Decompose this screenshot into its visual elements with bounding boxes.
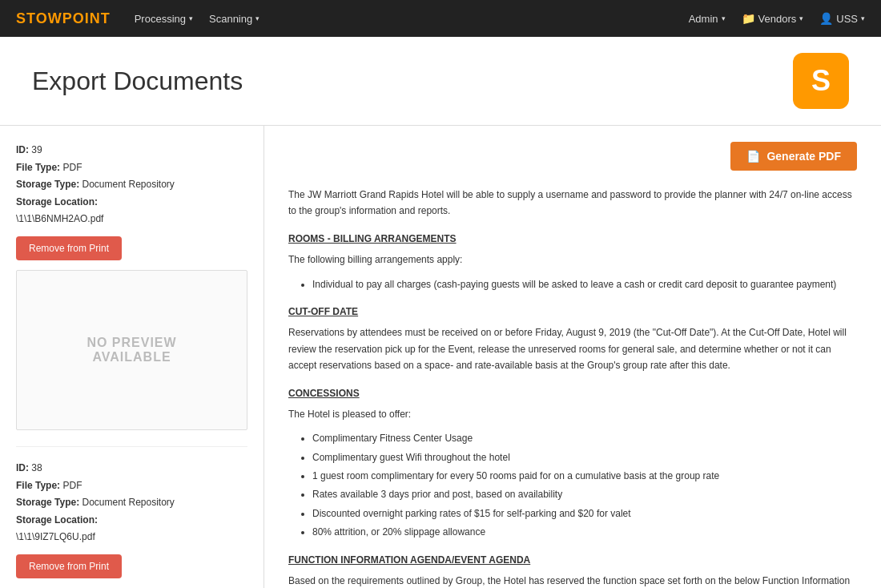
- concession-item-3: 1 guest room complimentary for every 50 …: [312, 468, 857, 484]
- right-panel: 📄 Generate PDF The JW Marriott Grand Rap…: [264, 126, 881, 588]
- page-title: Export Documents: [32, 66, 243, 96]
- main-content: ID: 39 File Type: PDF Storage Type: Docu…: [0, 126, 881, 588]
- doc-meta-1: ID: 39 File Type: PDF Storage Type: Docu…: [16, 142, 247, 228]
- billing-intro: The following billing arrangements apply…: [288, 252, 857, 268]
- billing-list: Individual to pay all charges (cash-payi…: [312, 276, 857, 292]
- sp-logo-letter: S: [811, 64, 831, 98]
- concession-item-5: Discounted overnight parking rates of $1…: [312, 505, 857, 522]
- concession-item-6: 80% attrition, or 20% slippage allowance: [312, 524, 857, 540]
- nav-processing[interactable]: Processing ▾: [135, 13, 193, 25]
- preview-box-1: NO PREVIEWAVAILABLE: [16, 270, 247, 430]
- doc-content: The JW Marriott Grand Rapids Hotel will …: [288, 187, 857, 588]
- doc-storageloc-2: \1\1\9IZ7LQ6U.pdf: [16, 529, 247, 546]
- doc-meta-2: ID: 38 File Type: PDF Storage Type: Docu…: [16, 460, 247, 546]
- navbar: STOWPOINT Processing ▾ Scanning ▾ Admin …: [0, 0, 881, 37]
- uss-chevron-icon: ▾: [861, 14, 865, 22]
- doc-item-1: ID: 39 File Type: PDF Storage Type: Docu…: [16, 142, 247, 430]
- concessions-list: Complimentary Fitness Center Usage Compl…: [312, 430, 857, 540]
- concessions-heading: CONCESSIONS: [288, 385, 857, 401]
- navbar-right: Admin ▾ 📁 Vendors ▾ 👤 USS ▾: [689, 12, 865, 25]
- user-icon: 👤: [819, 12, 833, 25]
- folder-icon: 📁: [742, 12, 755, 25]
- doc-item-2: ID: 38 File Type: PDF Storage Type: Docu…: [16, 460, 247, 588]
- doc-id-2: 38: [31, 462, 42, 473]
- nav-uss[interactable]: 👤 USS ▾: [819, 12, 865, 25]
- divider-1: [16, 446, 247, 447]
- brand-name-end: POINT: [62, 10, 111, 26]
- sp-logo: S: [793, 53, 849, 109]
- vendors-chevron-icon: ▾: [799, 14, 803, 22]
- agenda-heading: FUNCTION INFORMATION AGENDA/EVENT AGENDA: [288, 552, 857, 568]
- billing-item-1: Individual to pay all charges (cash-payi…: [312, 276, 857, 292]
- concessions-intro: The Hotel is pleased to offer:: [288, 406, 857, 422]
- doc-filetype-1: PDF: [62, 162, 82, 173]
- doc-storageloc-1: \1\1\B6NMH2AO.pdf: [16, 211, 247, 228]
- left-panel: ID: 39 File Type: PDF Storage Type: Docu…: [0, 126, 264, 588]
- doc-filetype-2: PDF: [62, 480, 82, 491]
- page-header: Export Documents S: [0, 37, 881, 126]
- concession-item-4: Rates available 3 days prior and post, b…: [312, 486, 857, 502]
- doc-intro: The JW Marriott Grand Rapids Hotel will …: [288, 187, 857, 219]
- scanning-chevron-icon: ▾: [255, 14, 259, 22]
- agenda-intro: Based on the requirements outlined by Gr…: [288, 573, 857, 588]
- nav-vendors[interactable]: 📁 Vendors ▾: [742, 12, 804, 25]
- nav-scanning[interactable]: Scanning ▾: [209, 13, 259, 25]
- doc-storagetype-1: Document Repository: [82, 179, 174, 190]
- brand-name-start: STOW: [16, 10, 62, 26]
- concession-item-2: Complimentary guest Wifi throughout the …: [312, 449, 857, 465]
- processing-chevron-icon: ▾: [189, 14, 193, 22]
- cutoff-text: Reservations by attendees must be receiv…: [288, 324, 857, 373]
- doc-storagetype-2: Document Repository: [82, 497, 174, 508]
- remove-btn-2[interactable]: Remove from Print: [16, 554, 122, 578]
- preview-text-1: NO PREVIEWAVAILABLE: [86, 336, 176, 364]
- doc-id-1: 39: [31, 144, 42, 155]
- admin-chevron-icon: ▾: [722, 14, 726, 22]
- pdf-icon: 📄: [746, 150, 760, 163]
- generate-pdf-button[interactable]: 📄 Generate PDF: [730, 142, 857, 171]
- brand-logo[interactable]: STOWPOINT: [16, 10, 111, 27]
- concession-item-1: Complimentary Fitness Center Usage: [312, 430, 857, 446]
- cutoff-heading: CUT-OFF DATE: [288, 304, 857, 320]
- nav-admin[interactable]: Admin ▾: [689, 13, 726, 25]
- remove-btn-1[interactable]: Remove from Print: [16, 236, 122, 260]
- billing-heading: ROOMS - BILLING ARRANGEMENTS: [288, 231, 857, 247]
